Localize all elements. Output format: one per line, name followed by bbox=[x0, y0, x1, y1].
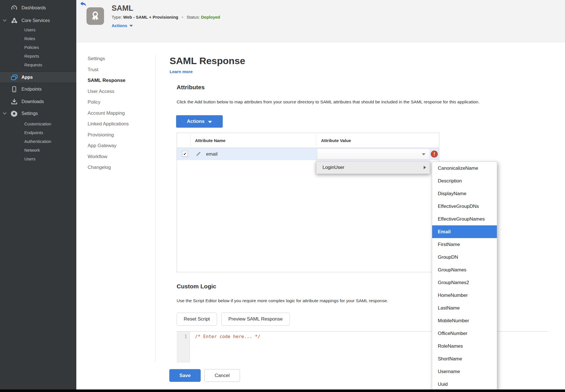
subnav-item-label: Provisioning bbox=[88, 132, 114, 138]
row-checkbox[interactable] bbox=[182, 151, 188, 157]
app-meta: Type: Web - SAML + Provisioning • Status… bbox=[112, 15, 220, 19]
submenu-item-label: OfficeNumber bbox=[438, 331, 467, 336]
custom-logic-heading: Custom Logic bbox=[177, 283, 216, 290]
submenu-item[interactable]: Uuid bbox=[432, 378, 497, 391]
column-divider bbox=[316, 134, 316, 146]
subnav-item[interactable]: Policy bbox=[88, 97, 154, 108]
submenu-arrow-icon bbox=[424, 166, 426, 169]
sidebar-subitem[interactable]: Users bbox=[0, 25, 76, 34]
subnav-item[interactable]: SAML Response bbox=[88, 75, 154, 86]
validation-error-icon: ! bbox=[431, 151, 438, 158]
submenu-item[interactable]: MobileNumber bbox=[432, 314, 497, 327]
submenu-item[interactable]: EffectiveGroupNames bbox=[432, 213, 497, 225]
sidebar-subitem[interactable]: Requests bbox=[0, 60, 76, 69]
header-actions-label: Actions bbox=[112, 23, 127, 28]
submenu-item[interactable]: FirstName bbox=[432, 238, 497, 251]
submenu-item[interactable]: DisplayName bbox=[432, 187, 497, 200]
sidebar-item-apps[interactable]: Apps bbox=[0, 71, 76, 83]
attributes-heading: Attributes bbox=[177, 84, 205, 91]
type-value: Web - SAML + Provisioning bbox=[123, 15, 178, 19]
line-number: 1 bbox=[184, 334, 187, 339]
subnav-item[interactable]: Settings bbox=[88, 53, 154, 64]
subnav-item-label: Policy bbox=[88, 99, 100, 105]
sidebar-item-dashboards[interactable]: Dashboards bbox=[0, 0, 76, 16]
submenu-item-label: GroupDN bbox=[438, 254, 458, 260]
column-divider bbox=[190, 134, 191, 146]
sidebar-item-core-services[interactable]: Core Services bbox=[0, 16, 76, 25]
sidebar-core-services-children: UsersRolesPoliciesReportsRequests bbox=[0, 25, 76, 69]
chevron-down-icon[interactable] bbox=[3, 112, 7, 115]
sidebar-item-label: Core Services bbox=[21, 18, 50, 23]
gear-icon bbox=[10, 110, 18, 117]
table-row[interactable]: email ! bbox=[177, 148, 439, 160]
cancel-button[interactable]: Cancel bbox=[204, 369, 240, 382]
subnav-item[interactable]: Linked Applications bbox=[88, 119, 154, 130]
sidebar-subitem-label: Policies bbox=[24, 45, 39, 50]
page-title: SAML bbox=[112, 4, 133, 13]
sidebar-subitem[interactable]: Policies bbox=[0, 43, 76, 52]
header-actions-menu[interactable]: Actions bbox=[112, 23, 133, 28]
status-label: Status: bbox=[187, 15, 200, 19]
learn-more-link[interactable]: Learn more bbox=[170, 69, 193, 74]
submenu-item[interactable]: LastName bbox=[432, 302, 497, 314]
subnav-item-label: Trust bbox=[88, 67, 98, 72]
sidebar-item-endpoints[interactable]: Endpoints bbox=[0, 83, 76, 95]
submenu-item[interactable]: Email bbox=[432, 225, 497, 238]
submenu-item[interactable]: GroupDN bbox=[432, 251, 497, 263]
subnav-item[interactable]: User Access bbox=[88, 86, 154, 97]
submenu-item[interactable]: GroupNames bbox=[432, 263, 497, 276]
subnav-item-label: Workflow bbox=[88, 154, 107, 159]
sidebar-subitem[interactable]: Users bbox=[0, 154, 76, 163]
chevron-down-icon[interactable] bbox=[3, 19, 7, 22]
submenu-item[interactable]: ShortName bbox=[432, 352, 497, 365]
sidebar-item-settings[interactable]: Settings bbox=[0, 108, 76, 119]
back-arrow-icon[interactable] bbox=[80, 1, 87, 7]
editor-code[interactable]: /* Enter code here... */ bbox=[195, 334, 260, 339]
sidebar-subitem[interactable]: Reports bbox=[0, 52, 76, 60]
subnav-item[interactable]: Provisioning bbox=[88, 130, 154, 141]
submenu-item-label: DisplayName bbox=[438, 191, 466, 196]
save-button[interactable]: Save bbox=[169, 369, 201, 382]
subnav-item[interactable]: Changelog bbox=[88, 162, 154, 173]
attributes-actions-label: Actions bbox=[187, 119, 204, 124]
submenu-item[interactable]: EffectiveGroupDNs bbox=[432, 200, 497, 213]
submenu-item[interactable]: GroupNames2 bbox=[432, 276, 497, 289]
sidebar-subitem[interactable]: Customization bbox=[0, 119, 76, 128]
sidebar-subitem[interactable]: Authentication bbox=[0, 137, 76, 146]
chevron-down-icon bbox=[129, 25, 133, 27]
submenu-item[interactable]: Description bbox=[432, 175, 497, 187]
sidebar-subitem-label: Users bbox=[24, 156, 35, 161]
subnav-item[interactable]: Account Mapping bbox=[88, 108, 154, 119]
submenu-item[interactable]: HomeNumber bbox=[432, 289, 497, 302]
sidebar-item-label: Apps bbox=[21, 75, 33, 80]
context-menu-loginuser-label: LoginUser bbox=[322, 165, 345, 170]
sidebar-item-downloads[interactable]: Downloads bbox=[0, 95, 76, 108]
subnav-item[interactable]: App Gateway bbox=[88, 140, 154, 151]
submenu-item-label: Email bbox=[438, 229, 451, 234]
sidebar-subitem[interactable]: Roles bbox=[0, 34, 76, 43]
submenu-item-label: CanonicalizeName bbox=[438, 165, 478, 171]
submenu-item[interactable]: OfficeNumber bbox=[432, 327, 497, 340]
sidebar-subitem[interactable]: Network bbox=[0, 146, 76, 154]
preview-saml-response-button[interactable]: Preview SAML Response bbox=[221, 313, 290, 326]
subnav-item[interactable]: Workflow bbox=[88, 151, 154, 162]
edit-pencil-icon[interactable] bbox=[195, 151, 201, 157]
reset-script-button[interactable]: Reset Script bbox=[177, 313, 217, 326]
sidebar-subitem-label: Authentication bbox=[24, 139, 51, 144]
submenu-item[interactable]: RoleNames bbox=[432, 340, 497, 352]
window-bottom-edge bbox=[0, 389, 565, 392]
sidebar-item-label: Downloads bbox=[21, 99, 44, 104]
context-menu-loginuser[interactable]: LoginUser bbox=[316, 161, 430, 174]
sidebar-subitem[interactable]: Endpoints bbox=[0, 128, 76, 137]
submenu-item[interactable]: Username bbox=[432, 365, 497, 378]
sidebar-subitem-label: Network bbox=[24, 148, 40, 153]
meta-separator: • bbox=[182, 15, 183, 19]
editor-gutter: 1 bbox=[177, 332, 190, 363]
submenu-item[interactable]: CanonicalizeName bbox=[432, 162, 497, 175]
subnav-item-label: Account Mapping bbox=[88, 110, 125, 116]
subnav-item[interactable]: Trust bbox=[88, 64, 154, 75]
submenu-item-label: ShortName bbox=[438, 356, 462, 361]
sidebar-subitem-label: Customization bbox=[24, 121, 51, 126]
attributes-actions-button[interactable]: Actions bbox=[176, 115, 223, 128]
attribute-value-dropdown[interactable] bbox=[317, 149, 430, 160]
